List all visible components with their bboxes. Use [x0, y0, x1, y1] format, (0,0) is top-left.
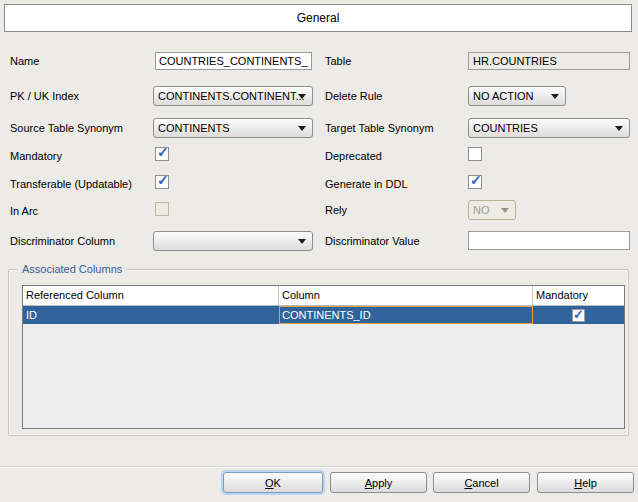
source-table-synonym-label: Source Table Synonym: [10, 119, 123, 137]
deprecated-label: Deprecated: [325, 147, 382, 165]
target-table-synonym-value: COUNTRIES: [473, 122, 538, 134]
in-arc-label: In Arc: [10, 202, 38, 220]
checkmark-icon: [470, 172, 482, 188]
chevron-down-icon: [551, 94, 559, 99]
mandatory-label: Mandatory: [10, 147, 62, 165]
delete-rule-dropdown[interactable]: NO ACTION: [468, 86, 566, 106]
chevron-down-icon: [615, 126, 623, 131]
delete-rule-label: Delete Rule: [325, 87, 382, 105]
discriminator-column-label: Discriminator Column: [10, 232, 115, 250]
table-row[interactable]: ID CONTINENTS_ID: [23, 306, 624, 324]
column-cell[interactable]: CONTINENTS_ID: [279, 306, 533, 324]
generate-in-ddl-label: Generate in DDL: [325, 175, 408, 193]
rely-value: NO: [473, 204, 490, 216]
associated-columns-title: Associated Columns: [18, 262, 126, 276]
rely-label: Rely: [325, 201, 347, 219]
delete-rule-value: NO ACTION: [473, 90, 534, 102]
mandatory-checkbox[interactable]: [155, 147, 169, 161]
transferable-label: Transferable (Updatable): [10, 175, 132, 193]
name-label: Name: [10, 52, 39, 70]
mandatory-cell[interactable]: [533, 306, 624, 324]
cancel-button[interactable]: Cancel: [433, 472, 530, 493]
header-referenced-column: Referenced Column: [23, 286, 279, 305]
table-header-row: Referenced Column Column Mandatory: [23, 286, 624, 306]
help-button[interactable]: Help: [537, 472, 634, 493]
target-table-synonym-dropdown[interactable]: COUNTRIES: [468, 118, 630, 138]
tab-general[interactable]: General: [4, 4, 632, 32]
discriminator-value-input[interactable]: [468, 231, 630, 250]
checkmark-icon: [157, 172, 169, 188]
checkmark-icon: [157, 144, 169, 160]
chevron-down-icon: [298, 126, 306, 131]
checkmark-icon: [573, 306, 584, 324]
header-mandatory: Mandatory: [533, 286, 624, 305]
discriminator-value-label: Discriminator Value: [325, 232, 420, 250]
foreign-key-properties-dialog: General Name Table HR.COUNTRIES PK / UK …: [0, 0, 638, 502]
discriminator-column-dropdown[interactable]: [153, 231, 313, 251]
chevron-down-icon: [298, 94, 306, 99]
apply-button[interactable]: Apply: [330, 472, 427, 493]
generate-in-ddl-checkbox[interactable]: [468, 175, 482, 189]
pk-uk-index-dropdown[interactable]: CONTINENTS.CONTINENT...: [153, 86, 313, 106]
rely-dropdown: NO: [468, 200, 516, 220]
source-table-synonym-value: CONTINENTS: [158, 122, 230, 134]
mandatory-cell-checkbox[interactable]: [572, 309, 585, 322]
in-arc-checkbox: [155, 202, 169, 216]
source-table-synonym-dropdown[interactable]: CONTINENTS: [153, 118, 313, 138]
ok-button[interactable]: OK: [223, 472, 323, 493]
referenced-column-cell[interactable]: ID: [23, 306, 279, 324]
header-column: Column: [279, 286, 533, 305]
deprecated-checkbox[interactable]: [468, 147, 482, 161]
name-input[interactable]: [155, 52, 312, 70]
table-label: Table: [325, 52, 351, 70]
table-field: HR.COUNTRIES: [468, 52, 630, 70]
tab-general-label: General: [297, 11, 340, 25]
pk-uk-index-label: PK / UK Index: [10, 87, 79, 105]
associated-columns-table: Referenced Column Column Mandatory ID CO…: [22, 285, 625, 429]
chevron-down-icon: [298, 239, 306, 244]
button-bar-separator: [0, 466, 638, 468]
chevron-down-icon: [501, 208, 509, 213]
transferable-checkbox[interactable]: [155, 175, 169, 189]
pk-uk-index-value: CONTINENTS.CONTINENT...: [158, 90, 305, 102]
target-table-synonym-label: Target Table Synonym: [325, 119, 434, 137]
